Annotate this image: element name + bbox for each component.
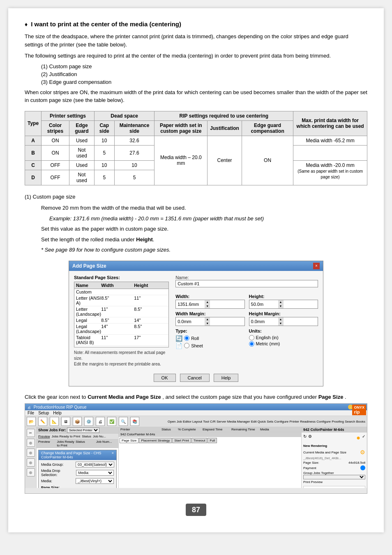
list-item-2: (2) Justification [41,71,367,77]
height-input-group: ▲ ▼ [249,300,318,309]
height-input[interactable] [249,301,278,308]
tab-job-number[interactable]: Job Nu... [93,435,106,438]
row-c-color-stripes: OFF [42,160,69,170]
width-margin-up-button[interactable]: ▲ [205,317,210,321]
menu-file[interactable]: File [28,411,34,415]
gear-bold-text2: Page Size [318,394,344,400]
toolbar-media-manager[interactable]: 📦 [73,417,82,426]
height-up-button[interactable]: ▲ [278,300,284,304]
list-row-legal[interactable]: Legal 8.5" 14" [74,317,168,324]
type-roll-row: 🔄 Roll [175,335,244,342]
media-group-select[interactable]: 03_4048(Satesol) [76,462,114,467]
toolbar-readiness[interactable]: ✅ [107,417,116,426]
page-size-listbox[interactable]: Name Width Height Custom Letter (ANSI A)… [74,282,169,347]
custom-line4: Set the length of the rolled media under… [41,236,367,244]
toolbar-search-books[interactable]: 📚 [130,417,139,426]
width-margin-input-group: ▲ ▼ [175,317,244,326]
menu-help[interactable]: Help [53,411,62,415]
name-input[interactable] [175,280,318,287]
gear-icon[interactable]: ⚙ [308,434,312,442]
tab-jobs-to-print[interactable]: Jobs Ready to Print [51,435,80,438]
group-jobs-row: Group Jobs Together [302,471,367,480]
type-roll-radio[interactable] [184,335,189,341]
queue-tabs: Preview Jobs Ready to Print Status Job N… [37,434,118,439]
sidebar-icon-1[interactable]: ✂ [27,429,35,437]
media-listbox-select[interactable]: _JBest(Vinyl+) [76,478,114,484]
list-row-ledger[interactable]: Ledger 17" 11" [74,346,168,347]
toolbar-configure-printer[interactable]: 🖨 [96,417,105,426]
height-margin-input[interactable] [249,318,278,325]
tab-preview[interactable]: Preview [38,435,50,438]
tab-start-print[interactable]: Start Print [172,438,191,443]
height-margin-down-button[interactable]: ▼ [278,321,284,326]
toolbar-layout[interactable]: 📐 [50,417,59,426]
list-row-letter-land[interactable]: Letter (Landscape) 11" 8.5" [74,306,168,317]
custom-line3: Set this value as the paper width in cus… [41,225,367,233]
height-margin-up-button[interactable]: ▲ [278,317,284,321]
custom-page-size-title: (1) Custom page size [25,193,367,201]
settings-gear-icon[interactable]: ⚙ [360,449,365,456]
refresh-icon[interactable]: ↻ [303,434,307,442]
printer-row[interactable]: 942 ColorPainter M-64s [119,432,301,437]
requirements-list: (1) Custom page size (2) Justification (… [41,63,367,85]
list-row-letter[interactable]: Letter (ANSI A) 8.5" 11" [74,295,168,306]
width-margin-down-button[interactable]: ▼ [205,321,210,326]
row-b-max-print [293,145,367,160]
rendering-label: New Rendering [302,443,367,449]
toolbar-open[interactable]: 📂 [27,417,36,426]
tab-full[interactable]: Full [208,438,217,443]
row-height [134,289,159,294]
change-media-close[interactable]: × [112,451,114,459]
width-down-button[interactable]: ▼ [205,304,210,308]
tab-status[interactable]: Status [82,435,91,438]
row-a-type: A [25,136,42,145]
media-drop-select[interactable]: Media: [76,470,114,476]
sidebar-icon-5[interactable]: ◎ [27,468,35,476]
type-sheet-radio[interactable] [184,343,189,348]
tab-page-size[interactable]: Page Size [120,438,138,443]
col-scroll [159,283,167,288]
margin-fields: Width Margin: ▲ ▼ Height Margin: [175,311,318,326]
list-row-legal-land[interactable]: Legal (Landscape) 14" 8.5" [74,324,168,335]
toolbar-configure-proofing[interactable]: 🔍 [119,417,128,426]
help-button[interactable]: Help [214,374,239,382]
units-metric-radio[interactable] [249,341,254,347]
toolbar-cr-server[interactable]: 🖥 [61,417,70,426]
group-jobs-label: Group Jobs Together [303,471,334,475]
media-listbox-label: Media: [41,479,74,483]
ok-button[interactable]: OK [154,374,176,382]
width-input[interactable] [176,301,205,308]
list-item-3: (3) Edge guard compensation [41,79,367,85]
tab-timeout[interactable]: Timeout [191,438,208,443]
units-english-radio[interactable] [249,335,254,340]
list-row-tabloid[interactable]: Tabloid (ANSI B) 11" 17" [74,335,168,346]
row-name: Custom [76,289,101,294]
type-label: Type: [175,328,244,333]
shared-edge-guard-comp: ON [242,136,293,185]
dialog-close-button[interactable]: × [313,263,320,269]
dialog-left-panel: Standard Page Sizes: Name Width Height C… [74,275,169,367]
app-titlebar: 🖨 ProductionHouse RIP Queue − □ × [25,404,367,410]
sidebar-icon-4[interactable]: ◎ [27,458,35,467]
cancel-button[interactable]: Cancel [180,374,210,382]
tab-placement[interactable]: Placement Strategy [139,438,172,443]
row-a-edge-guard: Used [69,136,94,145]
toolbar-job-editor[interactable]: ✏️ [38,417,47,426]
row-height: 11" [134,296,159,305]
toolbar-edit-quick-sets[interactable]: ⚙️ [84,417,93,426]
sidebar-icon-2[interactable]: ◎ [27,439,35,447]
width-margin-input[interactable] [176,318,205,325]
sidebar-icon-3[interactable]: ◎ [27,449,35,457]
menu-setup[interactable]: Setup [38,411,49,415]
shared-justification: Center [208,136,242,185]
change-media-dialog: Change Media and Page Size - CHS ColorPa… [38,450,117,488]
col-status2: Status [76,440,96,447]
group-jobs-select[interactable] [303,475,365,479]
row-name: Letter (Landscape) [76,307,101,317]
height-down-button[interactable]: ▼ [278,304,284,308]
gear-bold-text: Current Media and Page Size [88,394,161,400]
printer-select[interactable]: Selected Printer [67,428,99,433]
list-row-custom[interactable]: Custom [74,289,168,295]
dialog-buttons: OK Cancel Help [69,371,323,386]
width-up-button[interactable]: ▲ [205,300,210,304]
